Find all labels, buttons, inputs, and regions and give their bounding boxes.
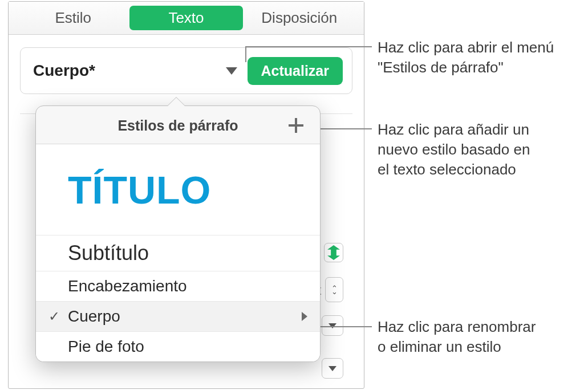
chevron-right-icon[interactable] (302, 312, 307, 321)
tab-disposicion[interactable]: Disposición (243, 6, 356, 30)
size-stepper[interactable]: ⌃ ⌄ (325, 277, 343, 302)
style-label: Subtítulo (68, 241, 149, 265)
inspector-tabs: Estilo Texto Disposición (9, 2, 364, 35)
callout-text: el texto seleccionado (378, 160, 530, 180)
popover-header: Estilos de párrafo (36, 106, 320, 144)
paragraph-style-dropdown[interactable]: Cuerpo* (33, 62, 248, 80)
options-dropdown-2[interactable] (322, 358, 343, 379)
callout-text: Haz clic para abrir el menú (378, 38, 554, 58)
callout-line (245, 46, 246, 62)
style-item-subtitulo[interactable]: Subtítulo (36, 235, 320, 271)
line-spacing-stepper[interactable] (324, 243, 343, 262)
callout-text: o eliminar un estilo (378, 337, 536, 357)
callout-open-menu: Haz clic para abrir el menú "Estilos de … (378, 38, 554, 78)
style-item-cuerpo[interactable]: ✓ Cuerpo (36, 302, 320, 332)
style-label: Cuerpo (68, 307, 120, 326)
add-style-button[interactable] (285, 114, 307, 137)
style-list: TÍTULO Subtítulo Encabezamiento ✓ Cuerpo… (36, 144, 320, 361)
style-item-titulo[interactable]: TÍTULO (36, 144, 320, 235)
tab-estilo[interactable]: Estilo (17, 6, 129, 30)
popover-title: Estilos de párrafo (71, 117, 285, 134)
callout-text: nuevo estilo basado en (378, 140, 530, 160)
paragraph-style-row: Cuerpo* Actualizar (20, 47, 352, 94)
callout-text: Haz clic para añadir un (378, 120, 530, 140)
style-item-pie[interactable]: Pie de foto (36, 332, 320, 361)
callout-rename-delete: Haz clic para renombrar o eliminar un es… (378, 317, 536, 357)
current-style-name: Cuerpo* (33, 62, 95, 80)
callout-text: Haz clic para renombrar (378, 317, 536, 337)
chevron-down-icon (226, 67, 237, 75)
checkmark-icon: ✓ (48, 308, 60, 324)
stepper-up-icon: ⌃ (331, 286, 338, 291)
style-label: Encabezamiento (68, 277, 187, 295)
options-dropdown-1[interactable] (322, 315, 343, 336)
callout-line (246, 46, 372, 47)
callout-text: "Estilos de párrafo" (378, 58, 554, 78)
chevron-down-icon (329, 366, 336, 371)
callout-add-style: Haz clic para añadir un nuevo estilo bas… (378, 120, 530, 180)
style-label: Pie de foto (68, 338, 144, 356)
style-label: TÍTULO (68, 168, 212, 212)
style-item-encabezamiento[interactable]: Encabezamiento (36, 271, 320, 302)
update-style-button[interactable]: Actualizar (248, 57, 343, 85)
spacing-arrows-icon (327, 245, 340, 260)
chevron-down-icon (329, 323, 336, 328)
callout-line (315, 326, 372, 327)
callout-line (319, 128, 372, 129)
tab-texto[interactable]: Texto (129, 6, 242, 30)
plus-icon (289, 118, 303, 133)
paragraph-styles-popover: Estilos de párrafo TÍTULO Subtítulo Enca… (35, 105, 321, 362)
